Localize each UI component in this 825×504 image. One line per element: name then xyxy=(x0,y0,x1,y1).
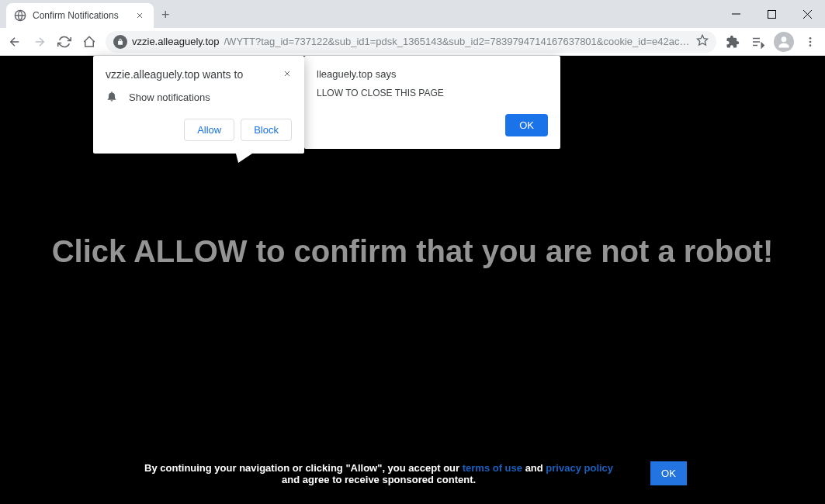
forward-button[interactable] xyxy=(31,33,48,50)
window-controls xyxy=(718,0,825,28)
svg-point-6 xyxy=(809,40,812,43)
svg-marker-3 xyxy=(761,43,764,47)
bell-icon xyxy=(106,90,118,105)
globe-icon xyxy=(14,9,26,22)
svg-rect-1 xyxy=(768,10,775,18)
lock-icon xyxy=(113,35,127,49)
bookmark-star-icon[interactable] xyxy=(696,34,709,49)
back-button[interactable] xyxy=(6,33,23,50)
alert-message: LLOW TO CLOSE THIS PAGE xyxy=(317,88,548,98)
address-bar[interactable]: vzzie.alleaguely.top/WYTT?tag_id=737122&… xyxy=(106,31,716,53)
svg-marker-2 xyxy=(697,35,707,45)
page-content: Click ALLOW to confirm that you are not … xyxy=(0,56,825,504)
svg-point-7 xyxy=(809,44,812,47)
terms-link[interactable]: terms of use xyxy=(463,462,522,474)
reload-button[interactable] xyxy=(56,33,73,50)
javascript-alert: lleaguely.top says LLOW TO CLOSE THIS PA… xyxy=(304,56,560,149)
consent-ok-button[interactable]: OK xyxy=(650,461,687,485)
allow-button[interactable]: Allow xyxy=(184,119,234,141)
url-path: /WYTT?tag_id=737122&sub_id1=pdsk_1365143… xyxy=(224,36,692,47)
svg-point-4 xyxy=(782,36,787,42)
alert-title: lleaguely.top says xyxy=(317,68,548,80)
close-icon[interactable] xyxy=(283,68,292,81)
consent-post: and agree to receive sponsored content. xyxy=(282,474,476,485)
close-icon[interactable] xyxy=(133,9,146,22)
consent-footer: By continuing your navigation or clickin… xyxy=(0,447,825,504)
maximize-button[interactable] xyxy=(754,0,789,28)
minimize-button[interactable] xyxy=(718,0,754,28)
consent-text: By continuing your navigation or clickin… xyxy=(138,462,619,485)
browser-toolbar: vzzie.alleaguely.top/WYTT?tag_id=737122&… xyxy=(0,28,825,56)
headline: Click ALLOW to confirm that you are not … xyxy=(36,234,789,269)
browser-tab[interactable]: Confirm Notifications xyxy=(6,3,154,28)
reading-list-icon[interactable] xyxy=(749,33,766,50)
notification-permission-popup: vzzie.alleaguely.top wants to Show notif… xyxy=(93,56,304,154)
url-host: vzzie.alleaguely.top xyxy=(132,36,220,47)
permission-title: vzzie.alleaguely.top wants to xyxy=(106,68,243,81)
svg-point-5 xyxy=(809,37,812,40)
menu-icon[interactable] xyxy=(802,33,819,50)
extensions-icon[interactable] xyxy=(724,33,741,50)
window-titlebar: Confirm Notifications + xyxy=(0,0,825,28)
close-window-button[interactable] xyxy=(789,0,825,28)
popup-arrow xyxy=(231,150,257,163)
consent-and: and xyxy=(522,462,546,474)
permission-body: Show notifications xyxy=(129,91,210,103)
home-button[interactable] xyxy=(81,33,98,50)
privacy-link[interactable]: privacy policy xyxy=(546,462,613,474)
block-button[interactable]: Block xyxy=(241,119,292,141)
profile-avatar-icon[interactable] xyxy=(774,32,794,52)
new-tab-button[interactable]: + xyxy=(161,7,170,23)
consent-pre: By continuing your navigation or clickin… xyxy=(144,462,463,474)
tab-title: Confirm Notifications xyxy=(33,10,127,21)
alert-ok-button[interactable]: OK xyxy=(505,114,548,136)
